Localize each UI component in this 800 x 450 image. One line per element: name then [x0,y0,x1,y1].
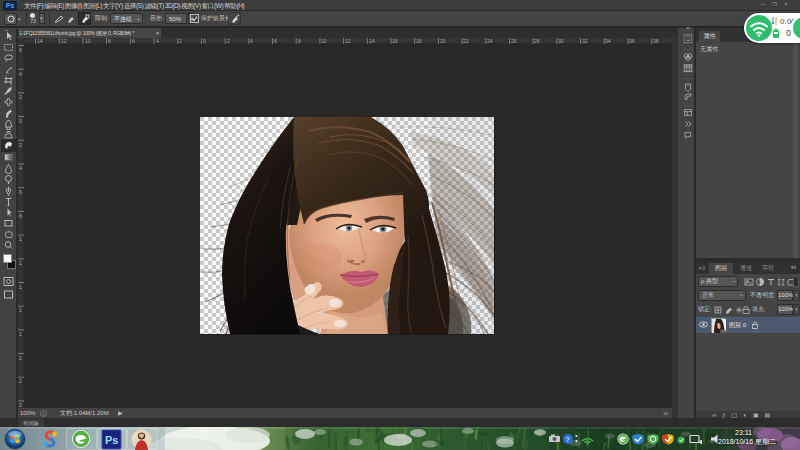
svg-text:2: 2 [19,142,22,148]
svg-text:24: 24 [487,38,493,44]
svg-text:16: 16 [392,38,398,44]
svg-text:2: 2 [179,38,182,44]
svg-text:22: 22 [463,38,469,44]
svg-text:12: 12 [345,38,351,44]
svg-text:0: 0 [203,38,206,44]
svg-text:1: 1 [19,284,22,290]
svg-text:14: 14 [369,38,375,44]
svg-text:1: 1 [19,307,22,313]
svg-text:2: 2 [19,94,22,100]
svg-text:2: 2 [227,38,230,44]
svg-text:8: 8 [108,38,111,44]
svg-text:Ps: Ps [105,434,118,446]
svg-text:14: 14 [37,38,43,44]
svg-text:1: 1 [19,236,22,242]
svg-text:6: 6 [19,47,22,53]
svg-text:20: 20 [440,38,446,44]
svg-text:1: 1 [19,260,22,266]
svg-text:0: 0 [19,118,22,124]
svg-text:8: 8 [19,213,22,219]
svg-text:4: 4 [156,38,159,44]
svg-text:30: 30 [558,38,564,44]
svg-text:4: 4 [19,71,22,77]
svg-text:18: 18 [416,38,422,44]
svg-text:10: 10 [85,38,91,44]
svg-text:1: 1 [19,331,22,337]
svg-text:2: 2 [19,355,22,361]
svg-text:26: 26 [511,38,517,44]
svg-text:6: 6 [132,38,135,44]
svg-text:6: 6 [274,38,277,44]
svg-text:4: 4 [250,38,253,44]
svg-text:10: 10 [321,38,327,44]
svg-text:36: 36 [629,38,635,44]
svg-text:34: 34 [605,38,611,44]
svg-text:8: 8 [298,38,301,44]
svg-text:32: 32 [582,38,588,44]
svg-text:12: 12 [61,38,67,44]
svg-text:6: 6 [19,189,22,195]
svg-text:?: ? [566,436,570,443]
svg-text:28: 28 [534,38,540,44]
svg-text:38: 38 [653,38,659,44]
svg-text:4: 4 [19,165,22,171]
svg-text:2: 2 [19,378,22,384]
